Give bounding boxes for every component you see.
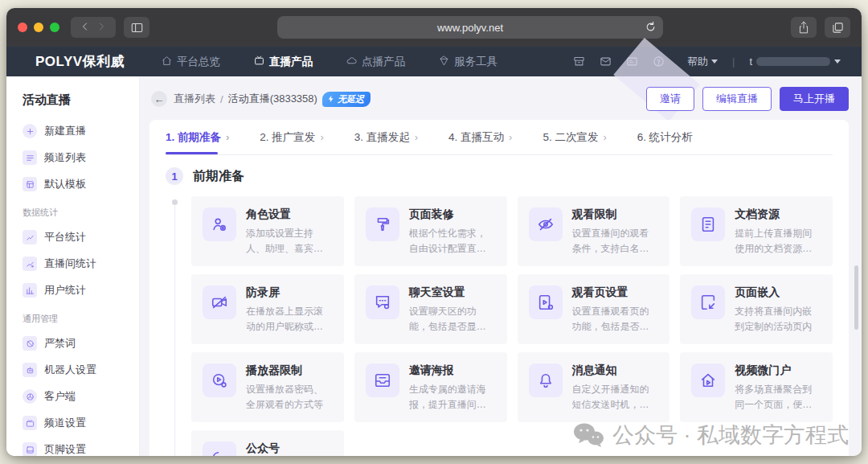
tab-overview-icon[interactable]	[825, 17, 850, 38]
nav-item-live-product[interactable]: 直播产品	[254, 55, 313, 69]
sidebar-item-room-stats[interactable]: 直播间统计	[6, 252, 139, 276]
chevron-right-icon: ›	[320, 131, 323, 143]
sidebar-item-footer-settings[interactable]: 页脚设置	[6, 437, 139, 456]
no-delay-badge: 无延迟	[322, 92, 371, 107]
scrollbar-thumb[interactable]	[854, 265, 858, 330]
chevron-down-icon	[711, 60, 718, 64]
lightning-icon	[327, 95, 335, 103]
tab-2-promotion[interactable]: 2. 推广宣发›	[260, 120, 323, 154]
card-invite-poster[interactable]: 邀请海报生成专属的邀请海报，提升直播间分享裂变的效果	[354, 352, 507, 422]
polyv-logo[interactable]: POLYV保利威	[35, 52, 125, 71]
tab-4-interaction[interactable]: 4. 直播互动›	[448, 120, 512, 154]
workflow-tabs: 1. 前期准备› 2. 推广宣发› 3. 直播发起› 4. 直播互动› 5. 二…	[166, 120, 833, 155]
card-watch-restriction[interactable]: 观看限制设置直播间的观看条件，支持白名单、报名观看、验...	[518, 196, 670, 266]
sidebar-item-platform-stats[interactable]: 平台统计	[6, 225, 139, 249]
sidebar-item-user-stats[interactable]: 用户统计	[6, 278, 139, 302]
tab-3-launch[interactable]: 3. 直播发起›	[354, 120, 418, 154]
card-message-notification[interactable]: 消息通知自定义开播通知的短信发送时机，观众预约直播后，...	[518, 352, 670, 422]
user-account-menu[interactable]: t	[749, 55, 841, 68]
sidebar-section-stats: 数据统计	[6, 199, 139, 225]
navbar-menu: 平台总览 直播产品 点播产品 服务工具	[162, 55, 497, 69]
browser-window: www.polyv.net POLYV保利威 平台总览 直播产品	[6, 8, 862, 456]
back-icon[interactable]: ←	[151, 91, 167, 107]
edit-live-button[interactable]: 编辑直播	[702, 87, 772, 111]
card-page-embed[interactable]: 页面嵌入支持将直播间内嵌到定制的活动页内	[680, 274, 833, 344]
embed-arrow-icon	[691, 285, 725, 319]
eye-off-icon	[529, 207, 563, 241]
tab-5-re-promotion[interactable]: 5. 二次宣发›	[542, 120, 606, 154]
home-icon	[162, 55, 172, 68]
live-tv-icon	[254, 55, 264, 68]
toolbar-actions: 邀请 编辑直播 马上开播	[646, 87, 849, 111]
chevron-right-icon: ›	[509, 131, 512, 143]
cloud-icon	[346, 55, 357, 68]
divider: |	[732, 55, 735, 68]
browser-chrome: www.polyv.net	[6, 8, 862, 47]
step-number-badge: 1	[166, 167, 183, 185]
card-player-restriction[interactable]: 播放器限制设置播放器密码、全屏观看的方式等	[191, 352, 344, 422]
invite-button[interactable]: 邀请	[646, 87, 694, 111]
sidebar-item-channel-list[interactable]: 频道列表	[6, 146, 139, 170]
timeline-line	[174, 204, 175, 456]
mail-icon[interactable]	[600, 55, 612, 68]
navbar-right: 帮助 | t	[573, 55, 841, 69]
card-screen-record-protect[interactable]: 防录屏在播放器上显示滚动的用户昵称或固定文字，达到防...	[191, 274, 344, 344]
card-document-resource[interactable]: 文档资源提前上传直播期间使用的文档资源，减少直播中的失...	[680, 196, 833, 266]
close-window-button[interactable]	[18, 23, 27, 32]
watermark-text: 公众号 · 私域数字方程式	[612, 421, 849, 450]
chevron-right-icon: ›	[226, 131, 229, 143]
sidebar-item-default-template[interactable]: 默认模板	[6, 172, 139, 196]
breadcrumb-separator: /	[220, 93, 223, 105]
share-icon[interactable]	[791, 17, 817, 38]
card-page-decoration[interactable]: 页面装修根据个性化需求，自由设计配置直播间元素。支持自...	[354, 196, 507, 266]
url-text: www.polyv.net	[437, 22, 503, 34]
workflow-panel: 1. 前期准备› 2. 推广宣发› 3. 直播发起› 4. 直播互动› 5. 二…	[149, 120, 849, 456]
forward-nav-icon[interactable]	[96, 20, 106, 35]
breadcrumb-root[interactable]: 直播列表	[174, 92, 215, 106]
chevron-right-icon: ›	[415, 131, 418, 143]
watermark: 公众号 · 私域数字方程式	[572, 421, 849, 450]
card-watch-page-settings[interactable]: 观看页设置设置直播观看页的功能，包括是否允许移动端观看等	[518, 274, 670, 344]
step-title: 前期准备	[193, 168, 244, 185]
help-menu[interactable]: 帮助	[687, 55, 718, 69]
sidebar-toggle-icon[interactable]	[124, 17, 149, 38]
card-chatroom-settings[interactable]: 聊天室设置设置聊天区的功能，包括是否显示欢迎语、是否支持...	[354, 274, 507, 344]
app-navbar: POLYV保利威 平台总览 直播产品 点播产品 服务工具	[6, 47, 862, 76]
sidebar: 活动直播 新建直播 频道列表 默认模板 数据统计 平台统计 直播间统计	[6, 76, 140, 456]
cards-container: 角色设置添加或设置主持人、助理、嘉宾的信息。以及新增助... 页面装修根据个性化…	[191, 196, 833, 456]
nav-item-platform-overview[interactable]: 平台总览	[162, 55, 220, 69]
camera-off-icon	[203, 285, 236, 319]
plus-circle-icon	[23, 124, 37, 138]
refresh-icon[interactable]	[645, 21, 657, 35]
sidebar-item-channel-settings[interactable]: 频道设置	[6, 411, 139, 435]
minimize-window-button[interactable]	[34, 23, 43, 32]
card-wechat-official[interactable]: 公众号适用于直播间引流至公众号或客服，沉淀用户至私域...	[191, 430, 344, 456]
tools-gem-icon	[439, 55, 449, 68]
tab-6-statistics[interactable]: 6. 统计分析›	[637, 120, 693, 154]
tab-1-preparation[interactable]: 1. 前期准备›	[166, 120, 229, 154]
footer-layout-icon	[23, 442, 37, 456]
client-app-icon	[23, 389, 37, 404]
wechat-watermark-icon	[572, 421, 604, 449]
robot-icon	[23, 363, 37, 377]
nav-item-vod-product[interactable]: 点播产品	[346, 55, 405, 69]
card-role-settings[interactable]: 角色设置添加或设置主持人、助理、嘉宾的信息。以及新增助...	[191, 196, 344, 266]
address-bar[interactable]: www.polyv.net	[277, 16, 663, 39]
template-icon	[23, 177, 37, 191]
start-live-button[interactable]: 马上开播	[780, 87, 849, 111]
card-video-portal[interactable]: 视频微门户将多场直播聚合到同一个页面，便于活动前期的宣发...	[680, 352, 833, 422]
sidebar-item-banned-words[interactable]: 严禁词	[6, 331, 139, 355]
traffic-lights	[18, 23, 59, 32]
feature-grid: 角色设置添加或设置主持人、助理、嘉宾的信息。以及新增助... 页面装修根据个性化…	[191, 196, 833, 456]
person-gear-icon	[203, 207, 236, 241]
back-nav-icon[interactable]	[80, 20, 90, 35]
paint-brush-icon	[366, 207, 399, 241]
inbox-mail-icon	[366, 363, 399, 397]
sidebar-item-robot-settings[interactable]: 机器人设置	[6, 358, 139, 382]
sidebar-title: 活动直播	[6, 89, 139, 119]
nav-item-service-tools[interactable]: 服务工具	[439, 55, 497, 69]
maximize-window-button[interactable]	[50, 23, 59, 32]
archive-box-icon[interactable]	[573, 55, 585, 68]
sidebar-item-new-live[interactable]: 新建直播	[6, 119, 139, 143]
sidebar-item-client[interactable]: 客户端	[6, 384, 139, 409]
